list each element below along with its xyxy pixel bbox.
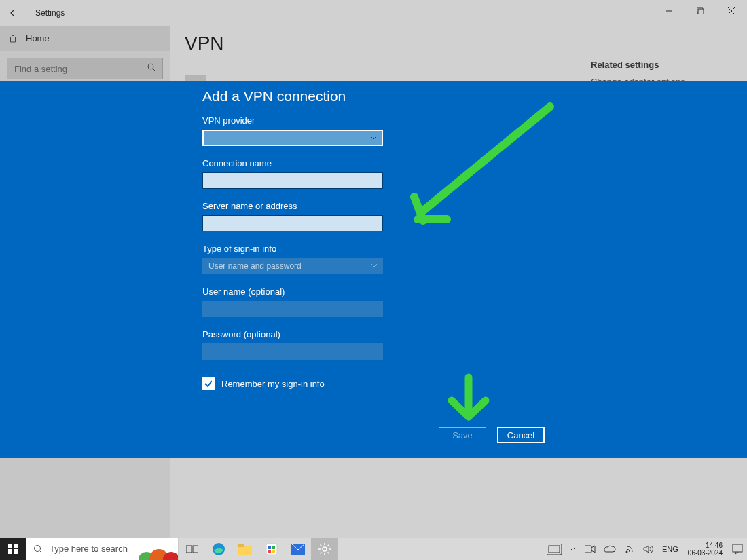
- tray-language[interactable]: ENG: [659, 538, 681, 560]
- label-server: Server name or address: [202, 201, 562, 211]
- dialog-button-row: Save Cancel: [439, 427, 545, 443]
- checkbox-remember-signin[interactable]: Remember my sign-in info: [202, 377, 562, 390]
- remember-label: Remember my sign-in info: [221, 379, 325, 389]
- label-username: User name (optional): [202, 286, 562, 297]
- search-icon: [33, 544, 43, 554]
- tray-meet-now[interactable]: [582, 538, 598, 560]
- svg-rect-29: [272, 546, 275, 549]
- svg-rect-46: [733, 544, 742, 552]
- tray-overflow[interactable]: [567, 538, 579, 560]
- tray-network[interactable]: [621, 538, 638, 560]
- input-connection-name[interactable]: [202, 172, 383, 189]
- svg-rect-31: [272, 550, 275, 553]
- label-password: Password (optional): [202, 329, 562, 339]
- svg-rect-28: [268, 546, 271, 549]
- svg-rect-15: [8, 549, 12, 554]
- svg-rect-16: [14, 549, 18, 554]
- input-username[interactable]: [202, 301, 383, 317]
- chevron-down-icon: [370, 261, 378, 269]
- clock-date: 06-03-2024: [688, 549, 723, 557]
- tray-clock[interactable]: 14:46 06-03-2024: [684, 542, 727, 557]
- signin-type-value: User name and password: [208, 261, 302, 271]
- cancel-button[interactable]: Cancel: [497, 427, 545, 443]
- svg-line-40: [327, 544, 329, 546]
- svg-line-39: [327, 552, 329, 553]
- system-tray: ENG 14:46 06-03-2024: [544, 538, 747, 560]
- svg-point-33: [323, 547, 327, 551]
- svg-rect-43: [549, 546, 560, 553]
- checkmark-icon: [202, 377, 215, 390]
- svg-rect-14: [14, 544, 18, 548]
- svg-point-45: [626, 550, 628, 553]
- svg-rect-13: [8, 544, 12, 548]
- svg-rect-23: [193, 546, 198, 553]
- svg-rect-44: [585, 546, 591, 553]
- chevron-down-icon: [369, 134, 378, 142]
- taskbar-search[interactable]: Type here to search: [26, 538, 179, 560]
- tray-volume[interactable]: [640, 538, 657, 560]
- svg-point-17: [35, 545, 41, 551]
- svg-rect-27: [266, 544, 277, 555]
- gear-icon: [318, 543, 331, 555]
- dialog-title: Add a VPN connection: [202, 88, 562, 105]
- task-view-button[interactable]: [179, 538, 205, 560]
- svg-rect-22: [186, 546, 192, 553]
- add-vpn-dialog: Add a VPN connection VPN provider Connec…: [0, 81, 747, 458]
- svg-line-41: [320, 552, 321, 553]
- label-signin-type: Type of sign-in info: [202, 244, 562, 254]
- svg-rect-30: [268, 550, 271, 553]
- select-vpn-provider[interactable]: [202, 130, 383, 146]
- input-server[interactable]: [202, 215, 383, 231]
- clock-time: 14:46: [706, 542, 723, 549]
- save-button[interactable]: Save: [439, 427, 486, 443]
- tray-input-indicator[interactable]: [544, 538, 564, 560]
- select-signin-type[interactable]: User name and password: [202, 258, 383, 274]
- label-vpn-provider: VPN provider: [202, 115, 562, 126]
- taskbar-app-edge[interactable]: [205, 538, 232, 560]
- taskbar-app-store[interactable]: [258, 538, 285, 560]
- taskbar-app-settings[interactable]: [311, 538, 338, 560]
- svg-rect-26: [238, 544, 244, 547]
- label-connection-name: Connection name: [202, 158, 562, 168]
- svg-line-38: [320, 544, 321, 546]
- taskbar: Type here to search: [0, 538, 747, 560]
- taskbar-app-mail[interactable]: [285, 538, 311, 560]
- start-button[interactable]: [0, 538, 26, 560]
- input-password[interactable]: [202, 343, 383, 360]
- taskbar-search-placeholder: Type here to search: [50, 544, 128, 554]
- tray-action-center[interactable]: [729, 538, 746, 560]
- tray-onedrive[interactable]: [601, 538, 619, 560]
- taskbar-app-explorer[interactable]: [232, 538, 258, 560]
- svg-line-18: [40, 550, 43, 553]
- search-decoration-image: [139, 540, 178, 560]
